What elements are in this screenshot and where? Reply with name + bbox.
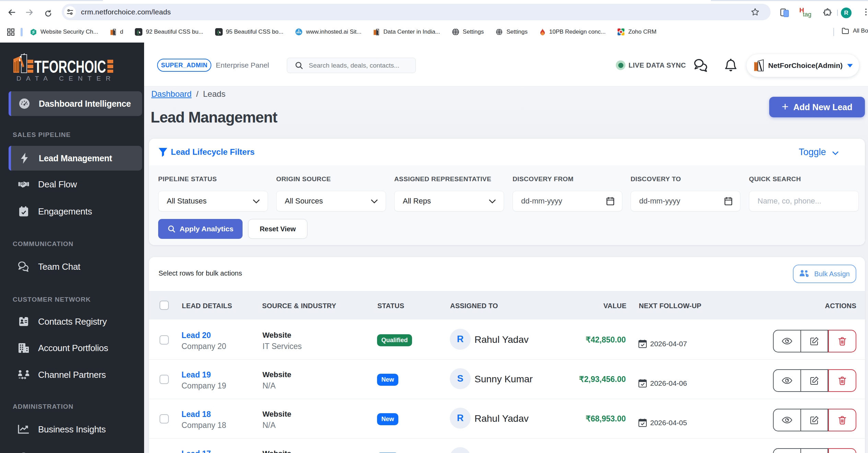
svg-text:{: { — [217, 30, 220, 35]
svg-text:TFORCHOIC: TFORCHOIC — [34, 57, 106, 77]
svg-text:DATA CENTER: DATA CENTER — [16, 75, 110, 82]
svg-text:{: { — [137, 30, 139, 35]
